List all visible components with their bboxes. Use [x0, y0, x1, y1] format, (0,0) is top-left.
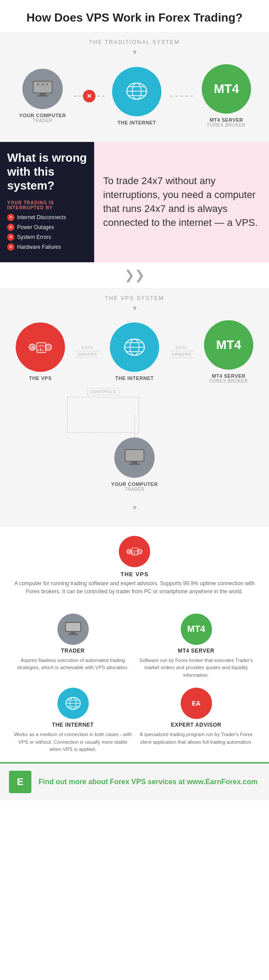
- svg-text:⏱: ⏱: [31, 346, 35, 350]
- x-icon-3: ✕: [7, 234, 14, 241]
- mt4-desc-text: Software run by Forex broker that execut…: [137, 657, 256, 679]
- list-item: ✕ Internet Disconnects: [7, 214, 87, 221]
- orders-label-1: ORDERS: [78, 352, 98, 357]
- mt4-text-vps: MT4: [216, 338, 241, 352]
- wrong-left-panel: What is wrong with this system? YOUR TRA…: [0, 142, 94, 262]
- list-item: ✕ Power Outages: [7, 224, 87, 231]
- internet-description-block: THE INTERNET Works as a medium of connec…: [13, 688, 132, 753]
- footer-link[interactable]: www.EarnForex.com: [187, 778, 258, 786]
- wrong-item-4: Hardware Failures: [17, 244, 61, 250]
- ea-desc-text: A specialized trading program run by Tra…: [137, 731, 256, 746]
- vps-system-section: THE VPS SYSTEM ▾ ⏱ VPS: [0, 288, 269, 527]
- svg-text:VPS: VPS: [38, 344, 44, 348]
- mt4-circle-traditional: MT4: [202, 64, 251, 114]
- arrow-down-traditional: ▾: [0, 47, 269, 57]
- wrong-item-2: Power Outages: [17, 224, 54, 230]
- data-label-2: DATA: [176, 345, 188, 350]
- vps-connector-1: DATA ORDERS: [72, 345, 103, 358]
- wrong-list: ✕ Internet Disconnects ✕ Power Outages ✕…: [7, 214, 87, 251]
- svg-rect-40: [68, 634, 78, 635]
- page-title: How Does VPS Work in Forex Trading?: [0, 0, 269, 32]
- trader-desc-icon: [57, 614, 89, 645]
- svg-rect-35: [136, 553, 137, 555]
- list-item: ✕ System Errors: [7, 234, 87, 241]
- your-computer-circle: [22, 69, 63, 109]
- mt4-label-traditional: MT4 SERVER: [209, 117, 243, 123]
- arrow-down-vps-2: ▾: [0, 503, 269, 512]
- svg-point-36: [138, 549, 142, 554]
- wrong-description: To trade 24x7 without any interruptions,…: [103, 174, 260, 230]
- svg-rect-26: [126, 450, 143, 461]
- controls-label: CONTROLS: [87, 388, 119, 395]
- internet-node-vps: THE INTERNET: [103, 322, 166, 381]
- wrong-title: What is wrong with this system?: [7, 151, 87, 193]
- traditional-system-section: THE TRADITIONAL SYSTEM ▾ YOUR COMPUTER T…: [0, 32, 269, 142]
- mt4-sublabel-traditional: FOREX BROKER: [207, 123, 245, 128]
- vps-section-label: THE VPS SYSTEM: [0, 295, 269, 301]
- svg-rect-17: [40, 348, 41, 351]
- vps-description-block: ⏱ VPS THE VPS A computer for running tra…: [13, 536, 256, 605]
- svg-point-19: [45, 344, 52, 350]
- double-arrow-divider: ❯❯: [0, 262, 269, 288]
- footer-text-main: Find out more about Forex VPS services a…: [39, 778, 187, 786]
- mt4-desc-title: MT4 SERVER: [178, 648, 214, 654]
- svg-rect-34: [134, 552, 135, 555]
- mt4-desc-icon: MT4: [181, 614, 212, 645]
- traditional-diagram-row: YOUR COMPUTER TRADER ✕ THE INTERNET: [0, 64, 269, 128]
- svg-rect-39: [70, 632, 76, 634]
- ea-badge: EA: [192, 700, 200, 707]
- controls-box-border: [67, 397, 139, 433]
- wrong-item-3: System Errors: [17, 234, 51, 240]
- vps-label: THE VPS: [29, 375, 52, 381]
- internet-node-traditional: THE INTERNET: [105, 67, 168, 125]
- wrong-right-panel: To trade 24x7 without any interruptions,…: [94, 142, 269, 262]
- svg-point-6: [46, 83, 48, 86]
- internet-label-traditional: THE INTERNET: [117, 120, 156, 125]
- connector-x: ✕: [74, 90, 105, 102]
- your-computer-label-vps: YOUR COMPUTER: [111, 481, 158, 487]
- expert-advisor-description-block: EA EXPERT ADVISOR A specialized trading …: [137, 688, 256, 753]
- svg-text:⏱: ⏱: [128, 550, 131, 553]
- wrong-subtitle: YOUR TRADING IS INTERRUPTED BY: [7, 200, 87, 210]
- arrow-down-vps: ▾: [0, 303, 269, 313]
- internet-label-vps: THE INTERNET: [115, 375, 154, 381]
- vps-node: ⏱ VPS THE VPS: [9, 322, 72, 381]
- internet-desc-icon: [57, 688, 89, 719]
- vps-connector-2: DATA ORDERS: [166, 345, 197, 358]
- internet-circle-vps: [110, 322, 159, 372]
- vps-desc-text: A computer for running trading software …: [13, 579, 256, 596]
- footer-text: Find out more about Forex VPS services a…: [39, 778, 257, 786]
- svg-rect-3: [37, 95, 48, 97]
- wrong-section: What is wrong with this system? YOUR TRA…: [0, 142, 269, 262]
- svg-point-4: [37, 83, 39, 86]
- vps-lower-inner: CONTROLS: [45, 388, 224, 433]
- svg-rect-38: [66, 623, 80, 631]
- ea-desc-icon: EA: [181, 688, 212, 719]
- svg-rect-28: [129, 464, 140, 465]
- x-icon-1: ✕: [7, 214, 14, 221]
- x-icon-2: ✕: [7, 224, 14, 231]
- internet-desc-text: Works as a medium of connection in both …: [13, 731, 132, 753]
- your-computer-node: YOUR COMPUTER TRADER: [11, 69, 74, 123]
- your-computer-sublabel-vps: TRADER: [125, 487, 144, 492]
- internet-circle-traditional: [112, 67, 161, 116]
- descriptions-grid: TRADER Aspires flawless execution of aut…: [13, 614, 256, 753]
- vps-top-row: ⏱ VPS THE VPS DATA ORDERS: [0, 320, 269, 384]
- trader-desc-title: TRADER: [61, 648, 85, 654]
- internet-desc-title: THE INTERNET: [52, 722, 94, 728]
- orders-label-2: ORDERS: [172, 352, 192, 357]
- your-computer-sublabel: TRADER: [33, 118, 52, 123]
- svg-rect-16: [38, 349, 39, 351]
- your-computer-circle-vps: [114, 437, 155, 478]
- your-computer-label: YOUR COMPUTER: [19, 113, 66, 118]
- footer-logo: E: [9, 771, 31, 793]
- traditional-section-label: THE TRADITIONAL SYSTEM: [0, 39, 269, 45]
- footer-section: E Find out more about Forex VPS services…: [0, 762, 269, 800]
- connector-dashed-1: [168, 96, 195, 97]
- svg-point-5: [41, 83, 44, 86]
- mt4-label-vps: MT4 SERVER: [212, 373, 245, 379]
- error-icon: ✕: [83, 90, 95, 102]
- svg-rect-18: [42, 349, 43, 351]
- svg-rect-27: [131, 462, 138, 464]
- svg-rect-2: [39, 93, 46, 95]
